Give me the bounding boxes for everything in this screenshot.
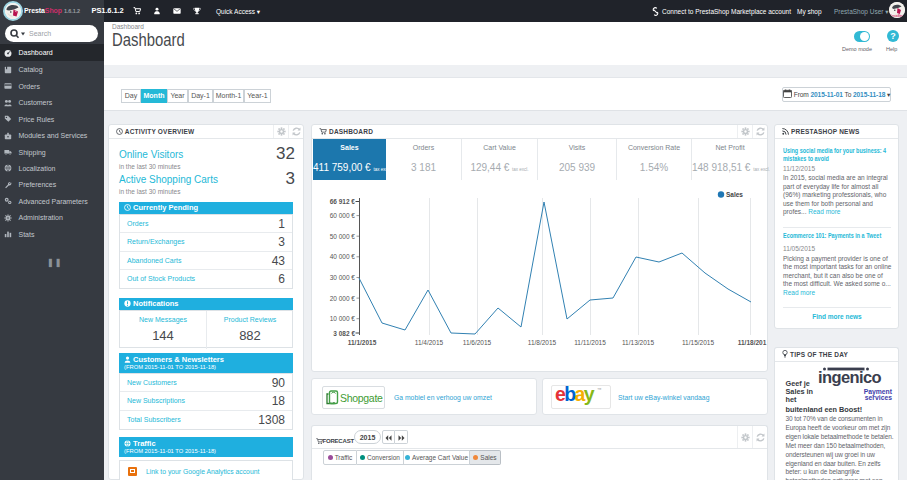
svg-text:20 000 €: 20 000 € [330,295,356,302]
svg-text:11/11/2015: 11/11/2015 [574,339,606,346]
svg-text:11/4/2015: 11/4/2015 [415,339,444,346]
svg-text:40 000 €: 40 000 € [330,253,356,260]
svg-text:Sales: Sales [726,191,743,198]
svg-text:11/1/2015: 11/1/2015 [348,339,377,346]
svg-text:11/6/2015: 11/6/2015 [463,339,492,346]
svg-text:3 082 €: 3 082 € [333,330,355,337]
svg-text:11/13/2015: 11/13/2015 [622,339,654,346]
svg-text:11/18/201: 11/18/201 [738,339,767,346]
svg-text:30 000 €: 30 000 € [330,274,356,281]
svg-text:60 000 €: 60 000 € [330,212,356,219]
svg-text:10 000 €: 10 000 € [330,315,356,322]
svg-text:50 000 €: 50 000 € [330,233,356,240]
svg-text:11/15/2015: 11/15/2015 [682,339,714,346]
svg-text:11/8/2015: 11/8/2015 [528,339,557,346]
svg-text:66 912 €: 66 912 € [330,198,356,205]
svg-text:PrestaShop: PrestaShop [890,14,905,18]
